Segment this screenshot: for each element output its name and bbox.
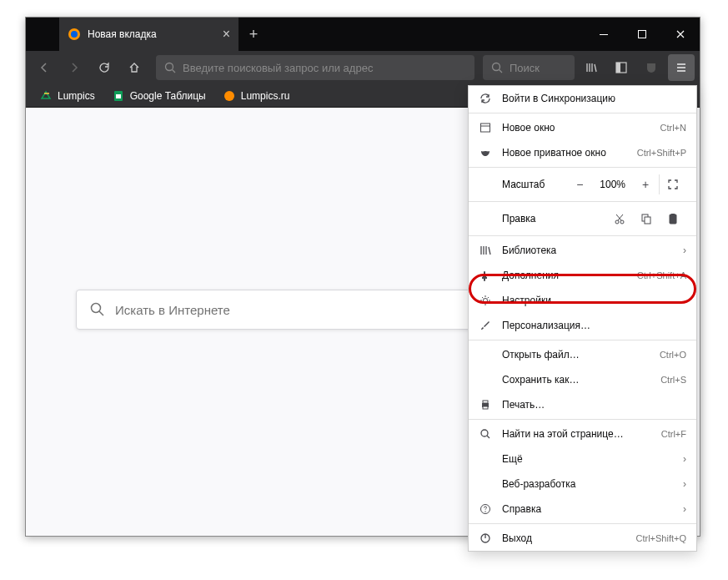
search-placeholder: Поиск bbox=[510, 62, 540, 74]
window-icon bbox=[479, 121, 492, 134]
copy-button[interactable] bbox=[633, 208, 660, 229]
menu-shortcut: Ctrl+N bbox=[660, 123, 686, 133]
cut-button[interactable] bbox=[606, 208, 633, 229]
edit-label: Правка bbox=[479, 213, 606, 224]
search-bar[interactable]: Поиск bbox=[483, 55, 575, 80]
menu-label: Новое приватное окно bbox=[502, 147, 637, 159]
menu-label: Настройки bbox=[502, 295, 686, 306]
back-button[interactable] bbox=[31, 54, 58, 81]
reload-button[interactable] bbox=[91, 54, 118, 81]
close-window-button[interactable] bbox=[661, 18, 700, 51]
menu-label: Персонализация… bbox=[502, 320, 686, 331]
menu-separator bbox=[469, 167, 696, 168]
bookmark-lumpics-ru[interactable]: Lumpics.ru bbox=[216, 88, 297, 104]
menu-label: Библиотека bbox=[502, 245, 683, 256]
menu-sync[interactable]: Войти в Синхронизацию bbox=[469, 86, 696, 111]
menu-open-file[interactable]: Открыть файл… Ctrl+O bbox=[469, 342, 696, 367]
menu-web-developer[interactable]: Веб-разработка › bbox=[469, 472, 696, 497]
zoom-label: Масштаб bbox=[479, 179, 566, 190]
menu-save-as[interactable]: Сохранить как… Ctrl+S bbox=[469, 367, 696, 392]
application-menu: Войти в Синхронизацию Новое окно Ctrl+N … bbox=[468, 85, 697, 552]
sheets-icon bbox=[112, 89, 125, 103]
menu-label: Новое окно bbox=[502, 122, 660, 134]
firefox-favicon bbox=[68, 28, 81, 41]
menu-library[interactable]: Библиотека › bbox=[469, 238, 696, 263]
forward-button[interactable] bbox=[61, 54, 88, 81]
menu-shortcut: Ctrl+F bbox=[661, 429, 686, 439]
library-button[interactable] bbox=[578, 54, 605, 81]
menu-more[interactable]: Ещё › bbox=[469, 446, 696, 472]
hamburger-menu-button[interactable] bbox=[668, 54, 695, 81]
svg-point-13 bbox=[615, 220, 619, 224]
menu-settings[interactable]: Настройки bbox=[469, 288, 696, 313]
home-button[interactable] bbox=[121, 54, 148, 81]
svg-rect-17 bbox=[670, 214, 676, 224]
gear-icon bbox=[479, 294, 492, 307]
menu-shortcut: Ctrl+Shift+Q bbox=[635, 533, 686, 543]
browser-window: Новая вкладка × + Введите поисковый запр… bbox=[25, 17, 700, 537]
blank-icon bbox=[479, 348, 492, 361]
mask-icon bbox=[479, 146, 492, 159]
bookmark-lumpics[interactable]: Lumpics bbox=[33, 88, 102, 104]
menu-separator bbox=[469, 113, 696, 113]
tab-title: Новая вкладка bbox=[88, 28, 157, 40]
tab-close-icon[interactable]: × bbox=[223, 27, 230, 42]
menu-label: Войти в Синхронизацию bbox=[502, 93, 686, 104]
puzzle-icon bbox=[479, 269, 492, 282]
menu-label: Справка bbox=[502, 503, 683, 515]
address-bar[interactable]: Введите поисковый запрос или адрес bbox=[156, 55, 474, 80]
menu-label: Выход bbox=[502, 532, 635, 544]
sidebar-button[interactable] bbox=[608, 54, 635, 81]
menu-shortcut: Ctrl+Shift+P bbox=[637, 148, 686, 158]
menu-separator bbox=[469, 523, 696, 524]
tab-active[interactable]: Новая вкладка × bbox=[59, 18, 238, 51]
svg-rect-21 bbox=[483, 401, 488, 403]
paste-button[interactable] bbox=[660, 208, 686, 229]
chevron-right-icon: › bbox=[683, 503, 686, 515]
menu-label: Печать… bbox=[502, 399, 686, 411]
svg-point-25 bbox=[484, 511, 485, 512]
svg-point-19 bbox=[484, 299, 488, 303]
menu-label: Найти на этой странице… bbox=[502, 428, 661, 440]
menu-shortcut: Ctrl+S bbox=[660, 375, 686, 385]
svg-point-1 bbox=[71, 31, 78, 38]
menu-edit-row: Правка bbox=[469, 204, 696, 234]
bookmark-label: Lumpics bbox=[58, 90, 95, 102]
svg-point-10 bbox=[224, 91, 234, 101]
menu-exit[interactable]: Выход Ctrl+Shift+Q bbox=[469, 526, 696, 551]
minimize-button[interactable] bbox=[585, 18, 623, 51]
library-icon bbox=[479, 244, 492, 257]
zoom-out-button[interactable]: − bbox=[566, 174, 593, 195]
menu-label: Дополнения bbox=[502, 270, 637, 281]
blank-icon bbox=[479, 477, 492, 491]
fullscreen-button[interactable] bbox=[660, 174, 686, 195]
menu-print[interactable]: Печать… bbox=[469, 392, 696, 417]
chevron-right-icon: › bbox=[683, 245, 686, 256]
menu-customize[interactable]: Персонализация… bbox=[469, 313, 696, 338]
menu-new-window[interactable]: Новое окно Ctrl+N bbox=[469, 115, 696, 140]
menu-addons[interactable]: Дополнения Ctrl+Shift+A bbox=[469, 263, 696, 288]
menu-separator bbox=[469, 235, 696, 236]
svg-point-4 bbox=[166, 63, 173, 71]
ublock-icon[interactable] bbox=[638, 54, 665, 81]
svg-point-11 bbox=[92, 304, 101, 313]
home-search-placeholder: Искать в Интернете bbox=[115, 303, 230, 317]
svg-rect-3 bbox=[639, 31, 646, 38]
new-tab-button[interactable]: + bbox=[238, 18, 269, 51]
navigation-toolbar: Введите поисковый запрос или адрес Поиск bbox=[26, 51, 700, 84]
svg-rect-18 bbox=[671, 214, 675, 215]
sync-icon bbox=[479, 92, 492, 105]
blank-icon bbox=[479, 452, 492, 466]
menu-help[interactable]: Справка › bbox=[469, 497, 696, 522]
menu-new-private-window[interactable]: Новое приватное окно Ctrl+Shift+P bbox=[469, 140, 696, 165]
blank-icon bbox=[479, 373, 492, 386]
menu-find[interactable]: Найти на этой странице… Ctrl+F bbox=[469, 421, 696, 446]
maximize-button[interactable] bbox=[623, 18, 661, 51]
svg-point-14 bbox=[620, 220, 624, 224]
zoom-in-button[interactable]: + bbox=[632, 174, 659, 195]
menu-label: Веб-разработка bbox=[502, 478, 683, 490]
bookmark-google-sheets[interactable]: Google Таблицы bbox=[105, 88, 213, 104]
help-icon bbox=[479, 502, 492, 516]
bookmark-label: Lumpics.ru bbox=[241, 90, 290, 102]
address-placeholder: Введите поисковый запрос или адрес bbox=[183, 62, 373, 74]
